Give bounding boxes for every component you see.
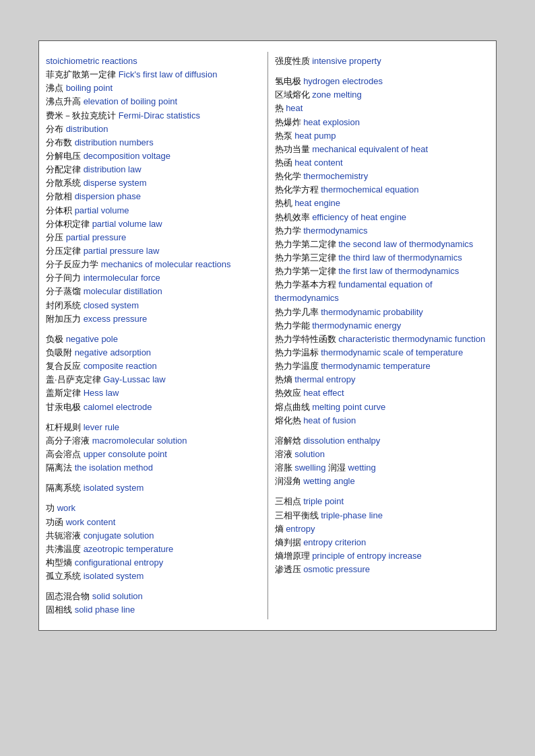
term-line: 杠杆规则 lever rule [46,421,261,434]
term-en: mechanics of molecular reactions [101,259,231,269]
term-zh: 熔点曲线 [275,402,313,412]
term-en: Fick's first law of diffusion [119,69,218,79]
term-zh: 分体积 [46,205,75,215]
term-zh: 分散系统 [46,178,84,188]
term-zh: 热力学第三定律 [275,252,339,263]
term-line: 三相点 triple point [275,495,490,508]
term-en: osmotic pressure [303,564,370,574]
term-zh: 溶胀 [275,462,295,473]
term-en2: wetting [348,462,376,473]
term-line: 盖斯定律 Hess law [46,386,261,400]
term-en: triple-phase line [321,510,383,520]
term-line: 熔化热 heat of fusion [275,414,490,427]
term-zh: 分解电压 [46,151,84,161]
term-zh: 熔化热 [275,415,304,425]
term-line: 热机 heat engine [275,197,490,210]
term-zh: 熵判据 [275,537,304,547]
term-zh: 三相平衡线 [275,510,321,520]
term-line: 渗透压 osmotic pressure [275,563,490,576]
term-line: 热力学特性函数 characteristic thermodynamic fun… [275,333,490,346]
term-zh: 负吸附 [46,347,75,357]
term-en: thermodynamic scale of temperature [321,347,463,357]
term-en: elevation of boiling point [84,96,178,106]
term-en: partial volume law [92,219,162,229]
right-column: 强度性质 intensive property氢电极 hydrogen elec… [268,52,497,619]
term-en: thermodynamic probability [321,307,423,317]
term-zh: 热泵 [275,131,295,141]
left-column: stoichiometric reactions菲克扩散第一定律 Fick's … [39,52,268,619]
term-en: heat content [294,158,343,168]
term-en: dissolution enthalpy [303,436,380,446]
term-en: negative adsorption [75,347,151,357]
term-line: 封闭系统 closed system [46,299,261,312]
term-line: 熵增原理 principle of entropy increase [275,549,490,563]
term-line: 分解电压 decomposition voltage [46,149,261,163]
term-en: intermolecular force [84,273,160,283]
term-line: 分散系统 disperse system [46,176,261,190]
term-line: 分散相 dispersion phase [46,190,261,203]
term-line: 热效应 heat effect [275,386,490,400]
term-zh: 共沸温度 [46,544,84,554]
term-line: 氢电极 hydrogen electrodes [275,75,490,88]
term-en: upper consolute point [84,449,167,459]
content-table: stoichiometric reactions菲克扩散第一定律 Fick's … [39,52,496,619]
term-zh: 热化学 [275,171,304,181]
term-line: 分子反应力学 mechanics of molecular reactions [46,258,261,271]
term-en: isolated system [84,483,144,493]
term-en: heat engine [294,198,340,208]
term-line: 熵 entropy [275,522,490,536]
term-line: 复合反应 composite reaction [46,359,261,373]
term-zh: 负极 [46,334,66,344]
term-en: composite reaction [84,361,157,371]
spacer [275,488,490,495]
term-line: stoichiometric reactions [46,55,261,68]
term-line: 热爆炸 heat explosion [275,116,490,129]
term-line: 热力学温度 thermodynamic temperature [275,359,490,373]
term-zh2: 润湿 [325,462,348,473]
term-zh: 区域熔化 [275,90,313,100]
term-zh: 高会溶点 [46,449,84,459]
term-zh: 附加压力 [46,314,84,324]
term-line: 固相线 solid phase line [46,603,261,617]
term-en: hydrogen electrodes [303,76,383,86]
term-en: solution [294,449,325,459]
term-zh: 盖·吕萨克定律 [46,374,103,384]
term-line: 热功当量 mechanical equivalent of heat [275,143,490,156]
term-zh: 热力学 [275,226,304,236]
term-line: 热力学第一定律 the first law of thermodynamics [275,265,490,278]
term-zh: 热力学温度 [275,361,321,371]
term-en: entropy criterion [303,537,366,547]
term-zh: 热力学第一定律 [275,266,339,276]
term-en: thermodynamics [303,226,367,236]
term-en: efficiency of heat engine [312,212,406,222]
term-zh: 封闭系统 [46,300,84,310]
term-en: Gay-Lussac law [103,374,165,384]
term-en: melting point curve [312,402,385,412]
term-line: 高会溶点 upper consolute point [46,448,261,461]
term-en: thermochemistry [303,171,368,181]
term-line: 热力学基本方程 fundamental equation of thermody… [275,278,490,305]
term-zh: 分子反应力学 [46,259,101,269]
term-zh: 分子蒸馏 [46,286,84,296]
term-line: 分压定律 partial pressure law [46,244,261,258]
term-zh: 固相线 [46,605,75,615]
term-en: stoichiometric reactions [46,56,137,66]
term-line: 隔离系统 isolated system [46,481,261,495]
term-zh: 熵增原理 [275,551,313,561]
term-line: 分体积 partial volume [46,204,261,217]
term-zh: 分布数 [46,137,75,147]
term-zh: 溶液 [275,449,295,459]
term-en: disperse system [84,178,147,188]
term-line: 熔点曲线 melting point curve [275,401,490,414]
term-line: 分子间力 intermolecular force [46,271,261,285]
term-zh: 功函 [46,517,66,527]
term-line: 沸点升高 elevation of boiling point [46,95,261,108]
term-zh: 功 [46,503,57,513]
term-zh: 渗透压 [275,564,304,574]
term-en: distribution law [84,164,141,174]
term-en: heat pump [294,131,336,141]
term-zh: 高分子溶液 [46,436,92,446]
term-zh: 构型熵 [46,557,75,568]
term-en: conjugate solution [84,530,154,541]
term-line: 功 work [46,502,261,515]
